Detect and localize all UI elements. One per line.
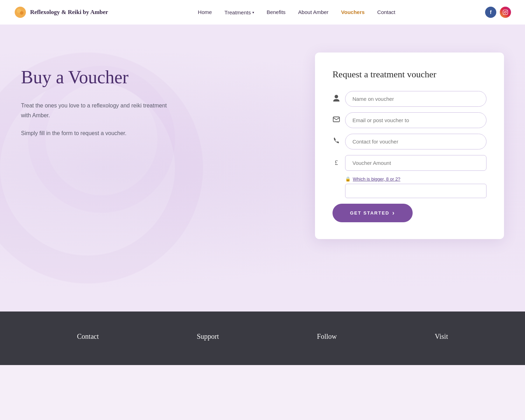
submit-label: GET STARTED [350,210,390,216]
captcha-content: 🔒 Which is bigger, 8 or 2? [345,176,486,198]
footer-col-visit: Visit [435,332,448,344]
svg-rect-3 [503,10,507,14]
amount-input[interactable] [345,155,486,171]
nav-link-vouchers[interactable]: Vouchers [341,9,365,15]
nav-item-about[interactable]: About Amber [298,9,329,15]
svg-point-4 [504,11,506,13]
name-input[interactable] [345,91,486,107]
nav-link-home[interactable]: Home [198,9,212,15]
form-card: Request a treatment voucher [315,52,504,239]
lock-icon: 🔒 [345,176,351,182]
captcha-question-link[interactable]: Which is bigger, 8 or 2? [353,176,400,182]
brand-logo[interactable]: Reflexology & Reiki by Amber [14,6,108,19]
navbar: Reflexology & Reiki by Amber Home Treatm… [0,0,525,24]
footer-contact-title: Contact [77,332,99,341]
svg-point-2 [20,11,23,15]
facebook-icon[interactable]: f [485,7,496,18]
nav-social: f [485,7,511,18]
email-icon [332,117,340,124]
nav-item-home[interactable]: Home [198,9,212,15]
captcha-input[interactable] [345,184,486,198]
dropdown-arrow-icon: ▾ [252,10,254,14]
submit-button[interactable]: GET STARTED › [332,204,413,222]
footer-support-title: Support [197,332,219,341]
contact-input[interactable] [345,134,486,149]
nav-link-treatments[interactable]: Treatments ▾ [224,9,254,15]
nav-links: Home Treatments ▾ Benefits About Amber V… [198,9,395,15]
contact-field-row [332,134,486,149]
captcha-row: 🔒 🔒 Which is bigger, 8 or 2? [332,176,486,198]
nav-link-contact[interactable]: Contact [377,9,396,15]
hero-left: Buy a Voucher Treat the ones you love to… [21,52,262,146]
person-icon [332,94,340,103]
svg-point-5 [506,11,507,12]
instagram-icon[interactable] [500,7,511,18]
hero-right: Request a treatment voucher [262,52,504,239]
hero-title: Buy a Voucher [21,66,262,88]
brand-name: Reflexology & Reiki by Amber [30,9,108,16]
svg-point-6 [335,95,338,98]
nav-item-treatments[interactable]: Treatments ▾ [224,9,254,15]
submit-arrow-icon: › [392,209,395,217]
hero-section: Buy a Voucher Treat the ones you love to… [0,24,525,312]
hero-paragraph-1: Treat the ones you love to a reflexology… [21,101,168,120]
instagram-svg [503,9,508,15]
footer-visit-title: Visit [435,332,448,341]
phone-icon [332,137,340,146]
email-input[interactable] [345,112,486,128]
brand-icon [14,6,27,19]
form-title: Request a treatment voucher [332,69,486,80]
hero-paragraph-2: Simply fill in the form to request a vou… [21,128,168,138]
footer-col-contact: Contact [77,332,99,344]
captcha-question: 🔒 Which is bigger, 8 or 2? [345,176,486,182]
footer-follow-title: Follow [317,332,337,341]
nav-item-contact[interactable]: Contact [377,9,396,15]
footer-col-support: Support [197,332,219,344]
nav-link-about[interactable]: About Amber [298,9,329,15]
amount-field-row: £ [332,155,486,171]
email-field-row [332,112,486,128]
name-field-row [332,91,486,107]
pound-icon: £ [332,159,340,167]
footer: Contact Support Follow Visit [0,312,525,365]
nav-item-vouchers[interactable]: Vouchers [341,9,365,15]
nav-item-benefits[interactable]: Benefits [267,9,286,15]
nav-link-benefits[interactable]: Benefits [267,9,286,15]
footer-col-follow: Follow [317,332,337,344]
